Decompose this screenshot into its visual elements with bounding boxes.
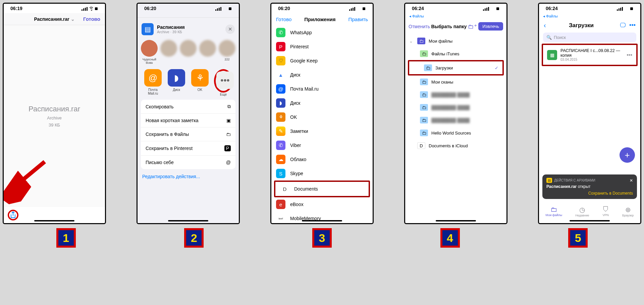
app-row[interactable]: ▲Диск (271, 68, 373, 82)
close-icon[interactable]: ✕ (630, 178, 633, 183)
home-indicator (34, 220, 74, 221)
svg-rect-3 (87, 7, 88, 11)
toast-save-button[interactable]: Сохранить в Documents (546, 191, 633, 196)
screen-2: 06:20 ▤ Расписания Archive · 39 КБ ✕ Чуд… (137, 3, 240, 224)
check-icon: ✓ (495, 65, 498, 70)
action-mail-self[interactable]: Письмо себе@ (141, 156, 235, 169)
svg-rect-21 (617, 9, 618, 11)
action-copy[interactable]: Скопировать⧉ (141, 100, 235, 114)
home-indicator (168, 220, 208, 221)
edit-button[interactable]: Править (348, 16, 368, 22)
app-row[interactable]: ♡Google Keep (271, 54, 373, 68)
cancel-button[interactable]: Отменить (409, 24, 430, 29)
folder-row[interactable]: 🗀████████ ████ (405, 101, 506, 114)
svg-rect-6 (215, 9, 216, 11)
app-row[interactable]: eeBoox (271, 197, 373, 211)
search-icon: 🔍 (546, 35, 552, 40)
clock-icon: ◷ (575, 206, 589, 214)
app-disk[interactable]: ◗Диск (167, 69, 186, 96)
contact[interactable]: 222 (219, 40, 235, 64)
app-row[interactable]: ☁Облако (271, 152, 373, 166)
step-numbers: 1 2 3 4 5 (3, 228, 641, 248)
svg-rect-7 (217, 8, 218, 11)
share-button[interactable] (8, 210, 18, 220)
back-button[interactable]: ‹ (544, 21, 546, 29)
actions-list: Скопировать⧉ Новая короткая заметка▣ Сох… (141, 100, 235, 169)
tab-browser[interactable]: ⊕Браузер (622, 206, 634, 217)
contact[interactable] (160, 40, 177, 64)
app-row[interactable]: ◗Диск (271, 96, 373, 110)
app-row[interactable]: ✆Viber (271, 138, 373, 152)
search-input[interactable]: 🔍Поиск (543, 33, 636, 42)
svg-rect-15 (363, 7, 365, 10)
app-more[interactable]: •••Еще (214, 69, 233, 96)
close-button[interactable]: ✕ (225, 24, 235, 34)
status-icons (483, 6, 500, 11)
spreadsheet-icon: ▦ (547, 50, 557, 60)
sheet-subtitle: Archive · 39 КБ (157, 30, 222, 34)
contact[interactable]: Чудесный Вова (141, 40, 158, 64)
nav-bar: Отменить Выбрать папку 🗀⁺ Извлечь (405, 19, 506, 33)
more-icon[interactable]: ••• (629, 22, 636, 29)
computer-icon[interactable]: 🖵 (620, 22, 626, 29)
extract-button[interactable]: Извлечь (478, 22, 503, 31)
action-new-note[interactable]: Новая короткая заметка▣ (141, 114, 235, 128)
folder-row[interactable]: 🗀Hello World Sources (405, 126, 506, 139)
status-icons (617, 6, 634, 11)
tab-recent[interactable]: ◷Недавние (575, 206, 589, 217)
svg-rect-16 (483, 9, 484, 11)
app-mailru[interactable]: @Почта Mail.ru (144, 69, 162, 96)
file-size: 39 КБ (49, 122, 60, 128)
add-button[interactable]: + (620, 147, 635, 163)
status-icons (215, 6, 232, 11)
svg-rect-1 (83, 8, 84, 11)
app-row[interactable]: @Почта Mail.ru (271, 82, 373, 96)
screen-3: 06:20 Готово Приложения Править ✆WhatsAp… (270, 3, 374, 224)
contact[interactable] (180, 40, 197, 64)
folder-row-icloud[interactable]: DDocuments в iCloud (405, 139, 506, 152)
app-row[interactable]: ✎Заметки (271, 124, 373, 138)
svg-rect-12 (351, 8, 352, 11)
svg-rect-25 (630, 7, 633, 10)
file-row[interactable]: ▦ РАСПИСАНИЕ I с...09.08.22 — копия03.04… (543, 45, 636, 65)
screen-5: 06:24 ◂ Файлы ‹ Загрузки 🖵 ••• 🔍Поиск ▦ … (538, 3, 641, 224)
done-button[interactable]: Готово (83, 16, 100, 22)
folder-row[interactable]: 🗀Мои сканы (405, 75, 506, 88)
folder-row[interactable]: 🗀████████ ████ (405, 88, 506, 101)
sheet-title: Расписания (157, 24, 222, 30)
svg-rect-13 (353, 8, 354, 11)
nav-bar: Готово Приложения Править (271, 13, 373, 26)
contact[interactable] (199, 40, 216, 64)
home-indicator (436, 220, 476, 221)
app-list: ✆WhatsApp PPinterest ♡Google Keep ▲Диск … (271, 26, 373, 223)
app-ok[interactable]: ⚘OK (191, 69, 209, 96)
pinterest-icon: P (224, 145, 231, 151)
more-icon[interactable]: ••• (627, 52, 632, 58)
folder-row[interactable]: 🗀████████ ████ (405, 114, 506, 126)
svg-rect-0 (82, 9, 83, 11)
clock: 06:24 (546, 6, 558, 11)
done-button[interactable]: Готово (276, 16, 291, 22)
svg-rect-14 (354, 7, 355, 11)
app-row[interactable]: ⚘OK (271, 110, 373, 124)
page-title: Загрузки (546, 22, 616, 29)
app-row[interactable]: PPinterest (271, 40, 373, 54)
app-row-documents[interactable]: DDocuments (275, 182, 369, 196)
svg-rect-18 (486, 8, 487, 11)
folder-row-downloads[interactable]: 🗀Загрузки✓ (409, 61, 502, 74)
mini-back[interactable]: ◂ Файлы (405, 13, 506, 19)
action-save-pinterest[interactable]: Сохранить в PinterestP (141, 141, 235, 156)
tab-my-files[interactable]: 🗀Мои файлы (546, 206, 562, 217)
status-bar: 06:24 (539, 4, 640, 13)
app-row[interactable]: ✆WhatsApp (271, 26, 373, 40)
tab-vpn[interactable]: ⛉VPN (602, 206, 609, 217)
new-folder-icon[interactable]: 🗀⁺ (468, 23, 477, 30)
svg-rect-23 (620, 8, 621, 11)
folder-row[interactable]: ⌄🗀Мои файлы (405, 35, 506, 47)
home-indicator (570, 220, 610, 221)
action-save-files[interactable]: Сохранить в Файлы🗀 (141, 128, 235, 141)
app-row[interactable]: SSkype (271, 166, 373, 181)
folder-row[interactable]: 🗀Файлы iTunes (405, 47, 506, 60)
mini-back[interactable]: ◂ Файлы (539, 13, 640, 19)
edit-actions-button[interactable]: Редактировать действия... (138, 169, 239, 184)
